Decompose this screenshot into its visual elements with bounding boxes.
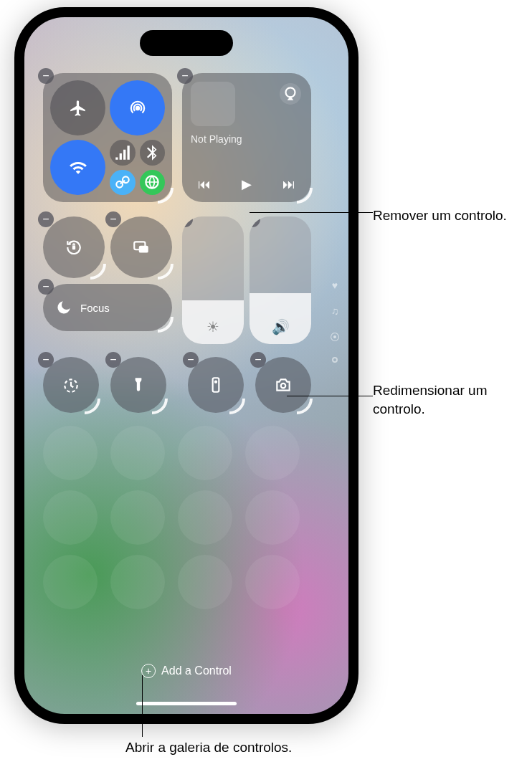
dynamic-island [140,30,233,56]
empty-slot[interactable] [110,555,165,609]
music-note-icon[interactable]: ♫ [331,305,339,317]
iphone-frame: Not Playing ⏮ ▶ ⏭ [14,7,358,724]
callout-resize: Redimensionar um controlo. [373,381,532,418]
remove-icon[interactable] [105,211,121,227]
apple-tv-remote-icon [206,376,225,394]
focus-toggle[interactable]: Focus [43,284,172,331]
page-dot[interactable] [332,357,338,363]
airplay-button[interactable] [280,83,301,105]
empty-slot[interactable] [245,490,300,545]
media-status: Not Playing [191,133,303,145]
airdrop-icon [128,99,147,118]
orientation-lock-icon [65,238,83,257]
connectivity-module[interactable] [43,73,172,202]
remove-icon[interactable] [177,68,193,84]
svg-rect-7 [213,378,219,392]
camera-button[interactable] [255,357,311,413]
empty-slot[interactable] [178,555,232,609]
timer-button[interactable] [43,357,99,413]
resize-handle-icon[interactable] [158,188,174,204]
svg-point-2 [286,87,295,97]
timer-icon [62,376,80,394]
page-indicators[interactable]: ♥ ♫ ⦿ [330,280,340,363]
resize-handle-icon[interactable] [297,399,313,414]
svg-point-9 [281,383,286,389]
empty-slot[interactable] [110,490,165,545]
speaker-icon: 🔊 [272,318,290,335]
empty-slot[interactable] [245,555,300,609]
cellular-icon[interactable] [110,140,136,166]
empty-slot[interactable] [43,490,98,545]
volume-slider[interactable]: 🔊 [250,216,311,344]
resize-handle-icon[interactable] [85,399,100,414]
camera-icon [274,376,293,394]
control-center-edit: Not Playing ⏮ ▶ ⏭ [24,17,348,714]
screen-mirroring-icon [132,238,151,257]
callout-leader [142,675,143,737]
empty-slot[interactable] [43,555,98,609]
screen: Not Playing ⏮ ▶ ⏭ [24,17,348,714]
personal-hotspot-icon[interactable] [110,170,136,196]
callout-leader [250,212,373,213]
fast-forward-icon[interactable]: ⏭ [282,177,295,192]
empty-slot[interactable] [110,426,165,480]
resize-handle-icon[interactable] [158,317,174,333]
add-control-button[interactable]: + Add a Control [141,664,232,678]
remove-icon[interactable] [183,352,199,368]
svg-point-0 [135,105,140,110]
empty-slot[interactable] [178,426,232,480]
apple-tv-remote-button[interactable] [188,357,244,413]
airdrop-toggle[interactable] [110,80,165,135]
wifi-icon [69,158,87,177]
empty-slot[interactable] [245,426,300,480]
focus-label: Focus [80,302,110,314]
svg-rect-5 [139,246,148,253]
brightness-slider[interactable]: ☀ [182,216,244,344]
callout-remove: Remover um controlo. [373,206,507,225]
remove-icon[interactable] [38,279,54,295]
remove-icon[interactable] [105,352,121,368]
remove-icon[interactable] [38,352,54,368]
resize-handle-icon[interactable] [158,264,174,280]
callout-leader [287,396,373,396]
airplane-icon [69,99,87,118]
heart-icon[interactable]: ♥ [332,280,338,291]
broadcast-icon[interactable]: ⦿ [330,331,340,343]
callout-open-gallery: Abrir a galeria de controlos. [125,738,292,757]
connectivity-extras [110,140,165,195]
sun-icon: ☀ [206,318,219,335]
orientation-lock-toggle[interactable] [43,216,105,278]
bluetooth-icon[interactable] [140,140,166,166]
resize-handle-icon[interactable] [152,399,168,414]
media-module[interactable]: Not Playing ⏮ ▶ ⏭ [182,73,311,202]
airplane-mode-toggle[interactable] [50,80,105,135]
play-icon[interactable]: ▶ [242,176,252,192]
remove-icon[interactable] [182,216,193,227]
resize-handle-icon[interactable] [90,264,106,280]
svg-point-8 [214,381,217,383]
wifi-toggle[interactable] [50,140,105,195]
moon-icon [54,298,73,317]
remove-icon[interactable] [250,352,266,368]
svg-rect-3 [72,246,75,249]
empty-slot[interactable] [178,490,232,545]
empty-slot[interactable] [43,426,98,480]
media-transport: ⏮ ▶ ⏭ [182,176,311,192]
airplay-icon [281,85,300,103]
flashlight-button[interactable] [110,357,166,413]
add-control-label: Add a Control [161,664,232,677]
flashlight-icon [129,376,148,394]
remove-icon[interactable] [38,68,54,84]
plus-icon: + [141,664,156,678]
screen-mirroring-toggle[interactable] [110,216,172,278]
album-art-placeholder [191,82,235,126]
home-indicator[interactable] [136,702,237,705]
resize-handle-icon[interactable] [229,399,245,414]
remove-icon[interactable] [250,216,260,227]
remove-icon[interactable] [38,211,54,227]
rewind-icon[interactable]: ⏮ [198,177,211,192]
